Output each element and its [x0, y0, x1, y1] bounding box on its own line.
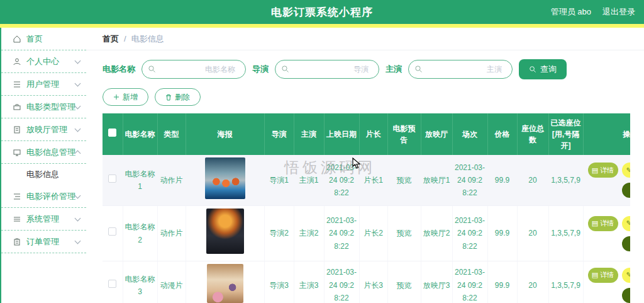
movie-name: 电影名称2 [123, 206, 157, 261]
movie-poster [207, 264, 243, 303]
duration: 片长1 [359, 155, 387, 206]
movie-type: 动漫片 [157, 261, 186, 303]
director-input[interactable] [275, 60, 379, 79]
col-header: 价格 [487, 113, 517, 155]
hall: 放映厅3 [421, 261, 452, 303]
search-label-director: 导演 [252, 64, 269, 75]
delete-button[interactable]: 删除 [155, 88, 201, 106]
movie-poster [205, 157, 245, 199]
price: 99.9 [487, 261, 517, 303]
movie-name: 电影名称3 [123, 261, 157, 303]
seats-total: 20 [517, 206, 548, 261]
release-date: 2021-03-24 09:28:22 [324, 206, 359, 261]
sidebar: 首页 个人中心 用户管理 电影类型管理 [0, 28, 86, 303]
col-header: 电影名称 [123, 113, 157, 155]
session: 2021-03-24 09:28:22 [452, 261, 487, 303]
col-header: 电影预告 [387, 113, 421, 155]
price: 99.9 [487, 155, 517, 206]
session: 2021-03-24 09:28:22 [452, 206, 487, 261]
seats-selected: 1,3,5,7,9 [548, 206, 583, 261]
user-icon [13, 57, 21, 66]
briefcase-icon [13, 103, 21, 111]
page: 电影订票系统小程序 管理员 abo 退出登录 首页 个人中心 [0, 0, 644, 303]
col-header: 主演 [294, 113, 324, 155]
chevron-down-icon [75, 80, 81, 86]
more-action-button[interactable]: ▶ [622, 288, 631, 303]
search-icon [148, 65, 156, 73]
chevron-down-icon [75, 215, 81, 221]
sidebar-item-reviews[interactable]: 电影评价管理 [1, 185, 86, 208]
add-button[interactable]: 新增 [103, 88, 148, 106]
row-checkbox[interactable] [108, 280, 116, 288]
col-header: 操作 [583, 113, 630, 155]
edit-button[interactable]: ✎修改 [622, 268, 631, 283]
sidebar-item-label: 电影信息管理 [26, 147, 75, 158]
hall: 放映厅1 [421, 155, 452, 206]
sidebar-item-users[interactable]: 用户管理 [1, 73, 86, 96]
breadcrumb-home[interactable]: 首页 [103, 33, 119, 45]
search-icon [414, 65, 423, 73]
session: 2021-03-24 09:28:22 [452, 155, 487, 206]
sidebar-item-halls[interactable]: 放映厅管理 [1, 118, 86, 141]
search-icon [529, 66, 536, 73]
star-input[interactable] [408, 60, 513, 79]
table-row: 电影名称3 动漫片 导演3 主演3 2021-03-24 09:28:22 片长… [103, 261, 630, 303]
table-header-row: 电影名称 类型 海报 导演 主演 上映日期 片长 电影预告 放映厅 场次 价格 … [103, 113, 630, 155]
detail-button[interactable]: ▤详情 [588, 268, 618, 283]
menu-icon [13, 215, 21, 224]
movie-type: 动作片 [157, 155, 186, 206]
main-content: 首页 / 电影信息 电影名称 导演 [86, 28, 644, 303]
sidebar-item-movie-info-mgmt[interactable]: 电影信息管理 [1, 141, 86, 164]
pencil-icon: ✎ [626, 219, 630, 227]
movie-name: 电影名称1 [123, 155, 157, 206]
movie-star: 主演2 [294, 206, 324, 261]
release-date: 2021-03-24 09:28:22 [324, 261, 359, 303]
preview-link[interactable]: 预览 [387, 206, 421, 261]
sidebar-item-movie-types[interactable]: 电影类型管理 [1, 96, 86, 118]
col-header: 已选座位[用,号隔开] [548, 113, 583, 155]
col-header: 类型 [157, 113, 186, 155]
price: 99.9 [487, 206, 517, 261]
col-header: 片长 [359, 113, 387, 155]
movie-director: 导演1 [264, 155, 294, 206]
clipboard-icon [13, 237, 21, 246]
preview-link[interactable]: 预览 [387, 155, 421, 206]
sidebar-item-orders[interactable]: 订单管理 [1, 231, 86, 253]
sidebar-item-label: 订单管理 [26, 236, 75, 248]
comment-icon [13, 192, 21, 201]
select-all-checkbox[interactable] [108, 129, 116, 137]
col-header: 场次 [452, 113, 487, 155]
top-header: 电影订票系统小程序 管理员 abo 退出登录 [0, 0, 644, 24]
seats-total: 20 [517, 261, 548, 303]
doc-icon: ▤ [592, 219, 598, 227]
sidebar-item-profile[interactable]: 个人中心 [1, 50, 86, 73]
logout-link[interactable]: 退出登录 [602, 6, 635, 18]
sidebar-item-label: 电影评价管理 [26, 191, 75, 202]
preview-link[interactable]: 预览 [387, 261, 421, 303]
edit-button[interactable]: ✎修改 [622, 216, 631, 231]
more-action-button[interactable]: ▶ [622, 236, 631, 251]
sidebar-subitem-movie-info[interactable]: 电影信息 [1, 164, 86, 185]
edit-button[interactable]: ✎修改 [622, 163, 631, 178]
detail-button[interactable]: ▤详情 [588, 216, 618, 231]
movie-name-input[interactable] [142, 60, 246, 79]
sidebar-item-home[interactable]: 首页 [1, 28, 86, 50]
seats-selected: 1,3,5,7,9 [548, 155, 583, 206]
file-icon [13, 125, 21, 134]
chevron-down-icon [75, 192, 81, 198]
monitor-icon [13, 148, 21, 157]
search-label-name: 电影名称 [103, 64, 135, 75]
sidebar-item-system[interactable]: 系统管理 [1, 208, 86, 231]
sidebar-item-label: 首页 [26, 33, 80, 45]
detail-button[interactable]: ▤详情 [588, 163, 618, 178]
current-user: 管理员 abo [551, 6, 591, 18]
query-button[interactable]: 查询 [519, 59, 567, 79]
more-action-button[interactable]: ▶ [622, 183, 631, 198]
movie-director: 导演2 [264, 206, 294, 261]
row-checkbox[interactable] [108, 174, 116, 183]
chevron-down-icon [75, 57, 81, 64]
app-title: 电影订票系统小程序 [271, 5, 373, 20]
sidebar-item-label: 系统管理 [26, 214, 75, 225]
row-checkbox[interactable] [108, 227, 116, 236]
search-form: 电影名称 导演 主演 [86, 50, 644, 79]
